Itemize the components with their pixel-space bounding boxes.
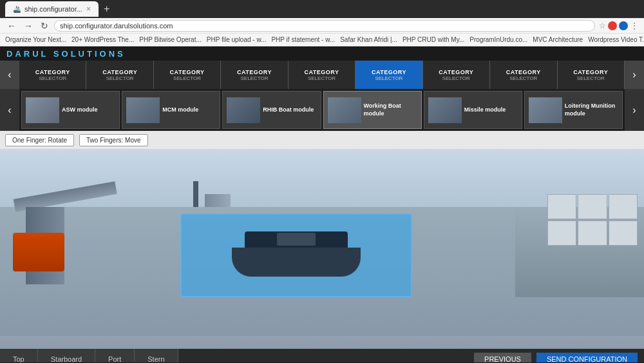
app-area: DARUL SOLUTIONS ‹ CATEGORYSELECTORCATEGO… — [0, 46, 644, 362]
crane-load — [13, 233, 64, 271]
boat-equipment — [277, 233, 316, 246]
module-thumb-4 — [428, 97, 462, 123]
add-tab-button[interactable]: + — [101, 3, 112, 15]
category-right-arrow[interactable]: › — [625, 61, 644, 89]
bookmark-programurdu[interactable]: ProgramInUrdu.co... — [469, 36, 527, 43]
bottom-tab-port[interactable]: Port — [95, 349, 135, 362]
category-item-0[interactable]: CATEGORYSELECTOR — [19, 61, 86, 89]
container-2 — [578, 194, 607, 219]
container-5 — [578, 221, 607, 246]
star-icon[interactable]: ☆ — [599, 21, 606, 30]
bottom-tabs: TopStarboardPortStern — [0, 349, 468, 362]
bottom-tab-starboard[interactable]: Starboard — [38, 349, 95, 362]
bottom-nav: TopStarboardPortStern PREVIOUS SEND CONF… — [0, 349, 644, 362]
move-control[interactable]: Two Fingers: Move — [79, 134, 147, 146]
module-thumb-1 — [126, 97, 160, 123]
category-item-1[interactable]: CATEGORYSELECTOR — [86, 61, 153, 89]
module-thumb-0 — [26, 97, 59, 123]
module-label-1: MCM module — [162, 106, 198, 114]
bookmark-wordpress[interactable]: 20+ WordPress The... — [71, 36, 134, 43]
bookmark-php-crud[interactable]: PHP CRUD with My... — [402, 36, 464, 43]
category-item-2[interactable]: CATEGORYSELECTOR — [154, 61, 221, 89]
nav-bar: ← → ↻ ship.configurator.darulsolutions.c… — [0, 18, 644, 34]
module-label-2: RHIB Boat module — [263, 106, 314, 114]
menu-icon[interactable]: ⋮ — [630, 21, 639, 31]
module-item-1[interactable]: MCM module — [122, 91, 220, 129]
bottom-tab-top[interactable]: Top — [0, 349, 38, 362]
category-bar: ‹ CATEGORYSELECTORCATEGORYSELECTORCATEGO… — [0, 61, 644, 89]
right-struct — [515, 168, 644, 297]
bookmark-safar[interactable]: Safar Khan Afridi |... — [340, 36, 397, 43]
module-right-arrow[interactable]: › — [625, 89, 644, 131]
tab-favicon: 🚢 — [13, 6, 21, 13]
module-items: ASW moduleMCM moduleRHIB Boat moduleWork… — [19, 89, 625, 131]
bookmark-php-if[interactable]: PHP if statement - w... — [271, 36, 335, 43]
module-item-4[interactable]: Missile module — [424, 91, 522, 129]
address-bar[interactable]: ship.configurator.darulsolutions.com — [54, 20, 595, 32]
scene-container — [0, 149, 644, 349]
module-item-0[interactable]: ASW module — [21, 91, 120, 129]
logo: DARUL SOLUTIONS — [6, 49, 126, 59]
module-thumb-3 — [328, 97, 361, 123]
module-label-4: Missile module — [464, 106, 506, 114]
module-left-arrow[interactable]: ‹ — [0, 89, 19, 131]
right-building — [515, 207, 644, 297]
bookmark-php-bitwise[interactable]: PHP Bitwise Operat... — [139, 36, 202, 43]
container-4 — [547, 221, 576, 246]
left-crane — [13, 168, 129, 284]
container-1 — [547, 194, 576, 219]
module-thumb-2 — [227, 97, 260, 123]
module-item-5[interactable]: Loitering Munition module — [524, 91, 623, 129]
send-configuration-button[interactable]: SEND CONFIGURATION — [536, 353, 638, 362]
bookmark-organize[interactable]: Organize Your Next... — [5, 36, 66, 43]
browser-chrome: 🚢 ship.configurator... × + ← → ↻ ship.co… — [0, 0, 644, 46]
ship-deck — [0, 207, 644, 336]
viewport[interactable]: DA — [0, 149, 644, 349]
boat-hull — [232, 248, 361, 277]
category-left-arrow[interactable]: ‹ — [0, 61, 19, 89]
browser-icons: ☆ ⋮ — [599, 21, 639, 31]
rotate-control[interactable]: One Finger: Rotate — [5, 134, 74, 146]
boat-top — [245, 231, 348, 248]
module-bar: ‹ ASW moduleMCM moduleRHIB Boat moduleWo… — [0, 89, 644, 131]
category-item-7[interactable]: CATEGORYSELECTOR — [490, 61, 557, 89]
container-6 — [609, 221, 638, 246]
boat-in-pool — [232, 231, 361, 277]
controls-row: One Finger: Rotate Two Fingers: Move — [0, 131, 644, 149]
bottom-tab-stern[interactable]: Stern — [135, 349, 178, 362]
container-3 — [609, 194, 638, 219]
bookmark-wordpress-video[interactable]: Wordpress Video T... — [588, 36, 644, 43]
browser-tab-active[interactable]: 🚢 ship.configurator... × — [5, 1, 99, 17]
profile-icon — [619, 21, 628, 30]
category-items: CATEGORYSELECTORCATEGORYSELECTORCATEGORY… — [19, 61, 625, 89]
bottom-actions: PREVIOUS SEND CONFIGURATION — [468, 353, 644, 362]
module-label-3: Working Boat module — [364, 103, 417, 117]
previous-button[interactable]: PREVIOUS — [474, 353, 531, 362]
module-item-2[interactable]: RHIB Boat module — [222, 91, 321, 129]
bookmarks-bar: Organize Your Next... 20+ WordPress The.… — [0, 34, 644, 46]
category-item-6[interactable]: CATEGORYSELECTOR — [423, 61, 490, 89]
tab-label: ship.configurator... — [24, 5, 82, 13]
close-tab-icon[interactable]: × — [86, 5, 91, 14]
extension-icon — [608, 21, 617, 30]
module-label-5: Loitering Munition module — [565, 103, 618, 117]
module-item-3[interactable]: Working Boat module — [323, 91, 422, 129]
module-thumb-5 — [529, 97, 562, 123]
category-item-4[interactable]: CATEGORYSELECTOR — [289, 61, 355, 89]
category-item-5[interactable]: CATEGORYSELECTOR — [355, 61, 422, 89]
tab-bar: 🚢 ship.configurator... × + — [0, 0, 644, 18]
back-button[interactable]: ← — [5, 21, 18, 31]
url-text: ship.configurator.darulsolutions.com — [60, 22, 173, 30]
right-containers — [547, 194, 638, 246]
refresh-button[interactable]: ↻ — [39, 21, 50, 31]
water-pool — [180, 213, 412, 297]
module-label-0: ASW module — [62, 106, 98, 114]
category-item-3[interactable]: CATEGORYSELECTOR — [221, 61, 288, 89]
category-item-8[interactable]: CATEGORYSELECTOR — [558, 61, 625, 89]
app-header: DARUL SOLUTIONS — [0, 46, 644, 61]
bookmark-php-upload[interactable]: PHP file upload - w... — [207, 36, 267, 43]
forward-button[interactable]: → — [22, 21, 35, 31]
bookmark-mvc[interactable]: MVC Architecture — [533, 36, 583, 43]
